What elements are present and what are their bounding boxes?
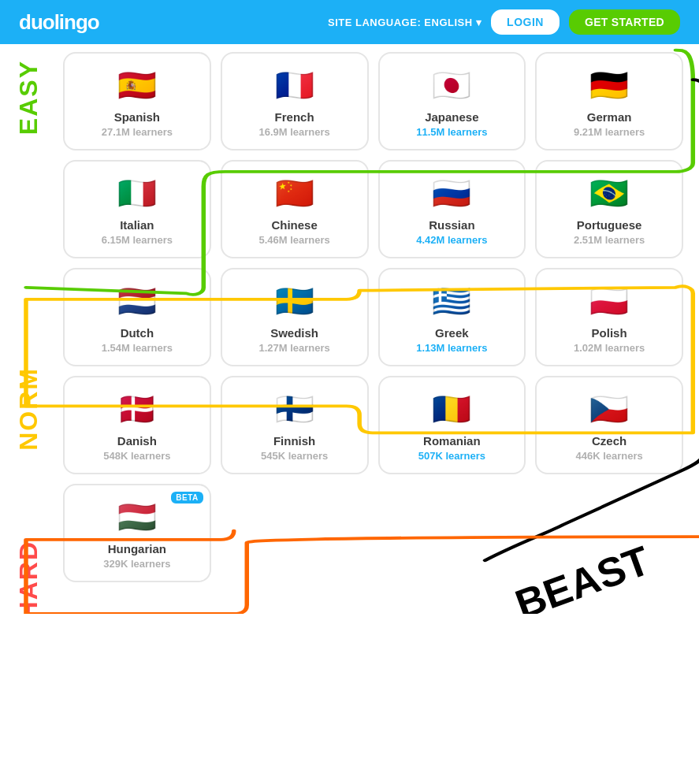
lang-learners-swedish: 1.27M learners bbox=[258, 342, 329, 354]
logo: duolingo bbox=[19, 10, 99, 35]
flag-swedish: 🇸🇪 bbox=[270, 284, 320, 318]
lang-name-japanese: Japanese bbox=[425, 110, 478, 124]
flag-greek: 🇬🇷 bbox=[426, 284, 477, 318]
flag-chinese: 🇨🇳 bbox=[270, 176, 320, 210]
difficulty-easy: EASY bbox=[14, 60, 43, 135]
lang-card-greek[interactable]: 🇬🇷Greek1.13M learners bbox=[378, 268, 526, 366]
flag-dutch: 🇳🇱 bbox=[112, 284, 162, 318]
flag-polish: 🇵🇱 bbox=[584, 284, 634, 318]
lang-name-dutch: Dutch bbox=[121, 326, 154, 340]
lang-name-spanish: Spanish bbox=[114, 110, 160, 124]
lang-name-hungarian: Hungarian bbox=[108, 542, 166, 555]
flag-italian: 🇮🇹 bbox=[112, 176, 162, 210]
lang-name-czech: Czech bbox=[592, 434, 626, 448]
lang-card-portuguese[interactable]: 🇧🇷Portuguese2.51M learners bbox=[535, 160, 683, 258]
lang-learners-greek: 1.13M learners bbox=[416, 342, 487, 354]
lang-name-chinese: Chinese bbox=[271, 218, 317, 232]
flag-portuguese: 🇧🇷 bbox=[584, 176, 634, 210]
lang-learners-hungarian: 329K learners bbox=[103, 558, 170, 570]
get-started-button[interactable]: GET STARTED bbox=[569, 9, 680, 35]
lang-name-swedish: Swedish bbox=[270, 326, 318, 340]
site-language-label: SITE LANGUAGE: ENGLISH bbox=[328, 17, 473, 28]
header-right: SITE LANGUAGE: ENGLISH ▾ LOGIN GET START… bbox=[328, 9, 680, 35]
lang-learners-polish: 1.02M learners bbox=[574, 342, 645, 354]
lang-card-spanish[interactable]: 🇪🇸Spanish27.1M learners bbox=[63, 52, 211, 150]
flag-hungarian: 🇭🇺 bbox=[112, 500, 162, 534]
lang-name-danish: Danish bbox=[117, 434, 157, 448]
lang-learners-portuguese: 2.51M learners bbox=[574, 234, 645, 246]
lang-learners-romanian: 507K learners bbox=[418, 450, 485, 462]
lang-card-chinese[interactable]: 🇨🇳Chinese5.46M learners bbox=[221, 160, 369, 258]
chevron-down-icon: ▾ bbox=[476, 17, 482, 28]
flag-czech: 🇨🇿 bbox=[584, 392, 634, 426]
lang-learners-russian: 4.42M learners bbox=[416, 234, 487, 246]
lang-name-french: French bbox=[275, 110, 314, 124]
lang-card-danish[interactable]: 🇩🇰Danish548K learners bbox=[63, 376, 211, 474]
main-content: EASY NORM HARD 🇪🇸Spanish27.1M learners🇫🇷… bbox=[0, 44, 699, 614]
lang-card-russian[interactable]: 🇷🇺Russian4.42M learners bbox=[378, 160, 526, 258]
beta-badge: BETA bbox=[171, 492, 203, 503]
lang-name-finnish: Finnish bbox=[273, 434, 315, 448]
lang-card-polish[interactable]: 🇵🇱Polish1.02M learners bbox=[535, 268, 683, 366]
lang-learners-chinese: 5.46M learners bbox=[258, 234, 329, 246]
flag-japanese: 🇯🇵 bbox=[426, 68, 477, 102]
lang-card-italian[interactable]: 🇮🇹Italian6.15M learners bbox=[63, 160, 211, 258]
lang-name-italian: Italian bbox=[120, 218, 154, 232]
lang-card-japanese[interactable]: 🇯🇵Japanese11.5M learners bbox=[378, 52, 526, 150]
lang-card-czech[interactable]: 🇨🇿Czech446K learners bbox=[535, 376, 683, 474]
lang-name-portuguese: Portuguese bbox=[577, 218, 642, 232]
flag-german: 🇩🇪 bbox=[584, 68, 634, 102]
lang-name-polish: Polish bbox=[592, 326, 627, 340]
lang-name-romanian: Romanian bbox=[423, 434, 481, 448]
flag-finnish: 🇫🇮 bbox=[270, 392, 320, 426]
lang-card-swedish[interactable]: 🇸🇪Swedish1.27M learners bbox=[221, 268, 369, 366]
lang-name-greek: Greek bbox=[435, 326, 469, 340]
lang-card-finnish[interactable]: 🇫🇮Finnish545K learners bbox=[221, 376, 369, 474]
lang-card-french[interactable]: 🇫🇷French16.9M learners bbox=[221, 52, 369, 150]
site-language-selector[interactable]: SITE LANGUAGE: ENGLISH ▾ bbox=[328, 17, 481, 28]
lang-learners-french: 16.9M learners bbox=[258, 126, 329, 138]
flag-spanish: 🇪🇸 bbox=[112, 68, 162, 102]
lang-learners-italian: 6.15M learners bbox=[102, 234, 173, 246]
login-button[interactable]: LOGIN bbox=[491, 9, 560, 35]
lang-card-german[interactable]: 🇩🇪German9.21M learners bbox=[535, 52, 683, 150]
lang-learners-danish: 548K learners bbox=[103, 450, 170, 462]
lang-name-russian: Russian bbox=[429, 218, 474, 232]
lang-name-german: German bbox=[587, 110, 632, 124]
lang-card-romanian[interactable]: 🇷🇴Romanian507K learners bbox=[378, 376, 526, 474]
flag-danish: 🇩🇰 bbox=[112, 392, 162, 426]
difficulty-hard: HARD bbox=[14, 541, 43, 614]
flag-french: 🇫🇷 bbox=[270, 68, 320, 102]
lang-learners-czech: 446K learners bbox=[575, 450, 642, 462]
header: duolingo SITE LANGUAGE: ENGLISH ▾ LOGIN … bbox=[0, 0, 699, 44]
flag-russian: 🇷🇺 bbox=[426, 176, 477, 210]
flag-romanian: 🇷🇴 bbox=[426, 392, 477, 426]
lang-learners-japanese: 11.5M learners bbox=[416, 126, 487, 138]
difficulty-labels: EASY NORM HARD bbox=[0, 44, 55, 614]
difficulty-norm: NORM bbox=[14, 367, 43, 451]
lang-learners-finnish: 545K learners bbox=[261, 450, 328, 462]
lang-learners-german: 9.21M learners bbox=[574, 126, 645, 138]
lang-card-hungarian[interactable]: BETA🇭🇺Hungarian329K learners bbox=[63, 484, 211, 582]
lang-learners-dutch: 1.54M learners bbox=[102, 342, 173, 354]
lang-learners-spanish: 27.1M learners bbox=[102, 126, 173, 138]
lang-card-dutch[interactable]: 🇳🇱Dutch1.54M learners bbox=[63, 268, 211, 366]
language-grid: 🇪🇸Spanish27.1M learners🇫🇷French16.9M lea… bbox=[63, 52, 683, 582]
